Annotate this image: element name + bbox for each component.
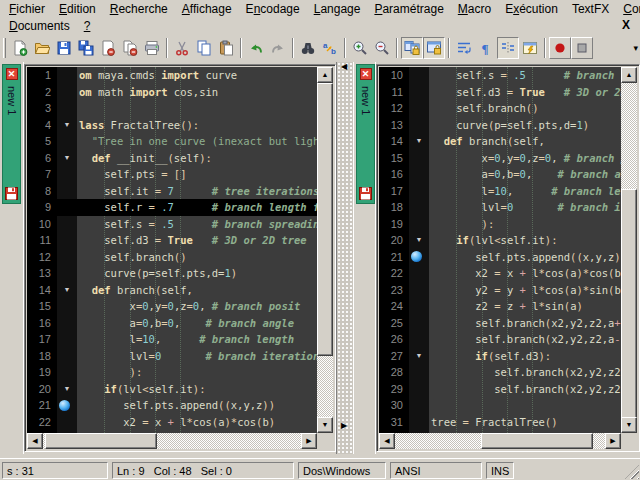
line-number[interactable]: 16 bbox=[379, 166, 409, 183]
line-number[interactable]: 10 bbox=[27, 216, 57, 233]
code-text[interactable]: def __init__(self): bbox=[77, 150, 317, 167]
code-text[interactable]: self.pts.append((x,y,z)) bbox=[429, 249, 621, 266]
code-text[interactable]: lvl=0 # branch iteration bbox=[429, 199, 621, 216]
fold-marker-icon[interactable]: ▼ bbox=[409, 232, 429, 249]
line-number[interactable]: 12 bbox=[27, 249, 57, 266]
line-number[interactable]: 17 bbox=[27, 331, 57, 348]
code-line[interactable]: 12 self.branch() bbox=[379, 100, 621, 117]
code-text[interactable]: self.d3 = True # 3D or 2D tree bbox=[77, 232, 317, 249]
code-text[interactable]: x=0,y=0,z=0, # branch posit bbox=[77, 298, 317, 315]
undo-button[interactable] bbox=[245, 37, 267, 59]
code-line[interactable]: 17 l=10, # branch length bbox=[379, 183, 621, 200]
line-number[interactable]: 19 bbox=[379, 216, 409, 233]
code-text[interactable]: a=0,b=0, # branch angle bbox=[429, 166, 621, 183]
code-line[interactable]: 20▼ if(lvl<self.it): bbox=[379, 232, 621, 249]
splitter-collapse-left-icon[interactable]: ◀ bbox=[341, 62, 347, 71]
line-number[interactable]: 27 bbox=[379, 348, 409, 365]
line-number[interactable]: 24 bbox=[379, 298, 409, 315]
line-number[interactable]: 14 bbox=[27, 282, 57, 299]
zoom-in-button[interactable] bbox=[349, 37, 371, 59]
fold-marker-icon[interactable]: ▼ bbox=[57, 117, 77, 134]
line-number[interactable]: 25 bbox=[379, 315, 409, 332]
code-text[interactable]: ): bbox=[429, 216, 621, 233]
code-line[interactable]: 27▼ if(self.d3): bbox=[379, 348, 621, 365]
line-number[interactable]: 11 bbox=[27, 232, 57, 249]
scroll-left-button[interactable]: ◀ bbox=[27, 433, 43, 449]
code-line[interactable]: 23 y2 = y + l*cos(a)*sin(b) bbox=[27, 430, 317, 433]
code-line[interactable]: 1om maya.cmds import curve bbox=[27, 67, 317, 84]
stop-macro-button[interactable] bbox=[571, 37, 593, 59]
code-line[interactable]: 21 self.pts.append((x,y,z)) bbox=[379, 249, 621, 266]
splitter-collapse-right-icon[interactable]: ▶ bbox=[341, 421, 347, 430]
code-line[interactable]: 11 self.d3 = True # 3D or 2D tree bbox=[27, 232, 317, 249]
find-button[interactable] bbox=[297, 37, 319, 59]
code-text[interactable]: self.pts = [] bbox=[77, 166, 317, 183]
fold-marker-icon[interactable]: ▼ bbox=[57, 381, 77, 398]
menu--[interactable]: ? bbox=[77, 18, 98, 34]
code-text[interactable]: self.d3 = True # 3D or 2D tree bbox=[429, 84, 621, 101]
code-text[interactable]: curve(p=self.pts,d=1) bbox=[429, 117, 621, 134]
code-line[interactable]: 25 self.branch(x2,y2,z2,a+s bbox=[379, 315, 621, 332]
toolbar-overflow-chevron[interactable]: ▾ bbox=[633, 43, 638, 53]
line-number[interactable]: 20 bbox=[27, 381, 57, 398]
scrollbar-thumb[interactable] bbox=[481, 433, 593, 449]
code-text[interactable]: om math import cos,sin bbox=[77, 84, 317, 101]
status-eol-format[interactable]: Dos\Windows bbox=[298, 462, 386, 479]
code-text[interactable]: def branch(self, bbox=[77, 282, 317, 299]
line-number[interactable]: 13 bbox=[27, 265, 57, 282]
line-number[interactable]: 23 bbox=[27, 430, 57, 433]
menu-langage[interactable]: Langage bbox=[307, 1, 368, 17]
code-line[interactable]: 10 self.s = .5 # branch spreading bbox=[379, 67, 621, 84]
code-line[interactable]: 18 lvl=0 # branch iteration bbox=[379, 199, 621, 216]
status-encoding[interactable]: ANSI bbox=[390, 462, 482, 479]
code-line[interactable]: 9 self.r = .7 # branch length fac bbox=[27, 199, 317, 216]
line-number[interactable]: 30 bbox=[379, 397, 409, 414]
line-number[interactable]: 4 bbox=[27, 117, 57, 134]
code-line[interactable]: 14▼ def branch(self, bbox=[27, 282, 317, 299]
scroll-left-button[interactable]: ◀ bbox=[379, 433, 395, 449]
line-number[interactable]: 23 bbox=[379, 282, 409, 299]
doc-tab-left[interactable]: ✕ new 1 bbox=[2, 64, 21, 204]
line-number[interactable]: 26 bbox=[379, 331, 409, 348]
sync-horizontal-scroll-button[interactable] bbox=[423, 37, 445, 59]
code-line[interactable]: 24 z2 = z + l*sin(a) bbox=[379, 298, 621, 315]
line-number[interactable]: 6 bbox=[27, 150, 57, 167]
code-line[interactable]: 16 a=0,b=0, # branch angle bbox=[379, 166, 621, 183]
menu-fichier[interactable]: Fichier bbox=[2, 1, 52, 17]
horizontal-scrollbar-right[interactable]: ◀ ▶ bbox=[379, 433, 621, 449]
code-line[interactable]: 26 self.branch(x2,y2,z2,a-s bbox=[379, 331, 621, 348]
code-text[interactable]: x2 = x + l*cos(a)*cos(b) bbox=[429, 265, 621, 282]
scroll-up-button[interactable]: ▲ bbox=[317, 67, 333, 83]
line-number[interactable]: 20 bbox=[379, 232, 409, 249]
scrollbar-thumb[interactable] bbox=[317, 83, 333, 356]
code-line[interactable]: 31tree = FractalTree() bbox=[379, 414, 621, 431]
line-number[interactable]: 12 bbox=[379, 100, 409, 117]
code-text[interactable]: a=0,b=0, # branch angle bbox=[77, 315, 317, 332]
close-all-button[interactable] bbox=[119, 37, 141, 59]
menu-affichage[interactable]: Affichage bbox=[175, 1, 239, 17]
code-line[interactable]: 15 x=0,y=0,z=0, # branch posit bbox=[379, 150, 621, 167]
doc-tab-right[interactable]: ✕ new 1 bbox=[356, 64, 375, 204]
code-text[interactable]: self.branch(x2,y2,z2,a bbox=[429, 381, 621, 398]
line-number[interactable]: 3 bbox=[27, 100, 57, 117]
code-line[interactable]: 13 curve(p=self.pts,d=1) bbox=[379, 117, 621, 134]
code-text[interactable]: y2 = y + l*cos(a)*sin(b) bbox=[77, 430, 317, 433]
line-number[interactable]: 28 bbox=[379, 364, 409, 381]
code-line[interactable]: 13 curve(p=self.pts,d=1) bbox=[27, 265, 317, 282]
vertical-scrollbar-right[interactable]: ▲ ▼ bbox=[621, 67, 637, 433]
code-line[interactable]: 22 x2 = x + l*cos(a)*cos(b) bbox=[27, 414, 317, 431]
fold-marker-icon[interactable]: ▼ bbox=[409, 348, 429, 365]
tab-label[interactable]: new 1 bbox=[6, 86, 18, 187]
line-number[interactable]: 22 bbox=[27, 414, 57, 431]
line-number[interactable]: 22 bbox=[379, 265, 409, 282]
code-line[interactable]: 12 self.branch() bbox=[27, 249, 317, 266]
close-file-button[interactable] bbox=[97, 37, 119, 59]
code-area-left[interactable]: 1om maya.cmds import curve2om math impor… bbox=[27, 67, 317, 433]
code-text[interactable]: if(lvl<self.it): bbox=[429, 232, 621, 249]
menu-param-trage[interactable]: Paramétrage bbox=[367, 1, 450, 17]
code-line[interactable]: 23 y2 = y + l*cos(a)*sin(b) bbox=[379, 282, 621, 299]
fold-marker-icon[interactable]: ▼ bbox=[409, 133, 429, 150]
line-number[interactable]: 15 bbox=[379, 150, 409, 167]
fold-marker-icon[interactable]: ▼ bbox=[57, 282, 77, 299]
scroll-right-button[interactable]: ▶ bbox=[605, 433, 621, 449]
